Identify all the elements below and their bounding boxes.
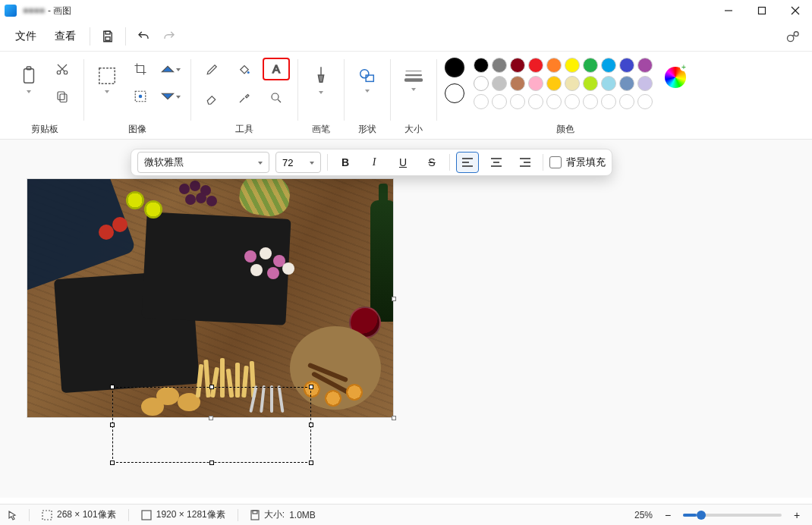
- zoom-slider-thumb[interactable]: [697, 511, 706, 520]
- zoom-out-button[interactable]: −: [660, 505, 675, 526]
- resize-tool[interactable]: [127, 85, 154, 108]
- canvas-resize-handle-right[interactable]: [392, 297, 396, 301]
- palette-color[interactable]: [546, 58, 562, 73]
- palette-color[interactable]: [565, 76, 580, 91]
- palette-color[interactable]: [528, 76, 543, 91]
- palette-color[interactable]: [601, 94, 616, 109]
- palette-color[interactable]: [637, 58, 653, 73]
- palette-color[interactable]: [546, 76, 562, 91]
- image-canvas[interactable]: [27, 179, 393, 417]
- size-button[interactable]: [398, 58, 429, 102]
- palette-color[interactable]: [637, 94, 653, 109]
- zoom-in-button[interactable]: +: [789, 505, 804, 526]
- redo-button[interactable]: [156, 24, 182, 49]
- paste-button[interactable]: [14, 58, 44, 102]
- palette-color[interactable]: [583, 94, 598, 109]
- strikethrough-button[interactable]: S: [420, 152, 443, 173]
- magnifier-tool[interactable]: [263, 86, 290, 109]
- selection-handle[interactable]: [309, 423, 313, 427]
- palette-color[interactable]: [565, 94, 580, 109]
- selection-handle[interactable]: [309, 385, 313, 389]
- font-family-select[interactable]: 微软雅黑: [137, 152, 269, 173]
- palette-color[interactable]: [619, 58, 634, 73]
- palette-color[interactable]: [601, 58, 616, 73]
- palette-color[interactable]: [474, 58, 489, 73]
- maximize-button[interactable]: [745, 0, 779, 21]
- svg-point-20: [360, 70, 369, 78]
- canvas-area[interactable]: [0, 140, 812, 498]
- palette-color[interactable]: [492, 58, 507, 73]
- palette-color[interactable]: [619, 94, 634, 109]
- underline-button[interactable]: U: [392, 152, 414, 173]
- selection-handle[interactable]: [209, 385, 214, 389]
- color-picker-tool[interactable]: [231, 86, 258, 109]
- selection-handle[interactable]: [110, 423, 115, 427]
- undo-button[interactable]: [131, 24, 156, 49]
- menu-view[interactable]: 查看: [46, 27, 85, 46]
- crop-tool[interactable]: [127, 58, 154, 80]
- copy-button[interactable]: [49, 85, 76, 108]
- selection-handle[interactable]: [110, 461, 115, 465]
- copilot-button[interactable]: [780, 24, 806, 49]
- palette-color[interactable]: [510, 58, 525, 73]
- palette-color[interactable]: [637, 76, 653, 91]
- image-prop: [240, 247, 331, 316]
- font-size-select[interactable]: 72: [275, 152, 321, 173]
- palette-color[interactable]: [546, 94, 562, 109]
- brushes-button[interactable]: [306, 58, 336, 102]
- italic-button[interactable]: I: [363, 152, 386, 173]
- shapes-button[interactable]: [352, 58, 382, 102]
- image-prop: [112, 217, 127, 232]
- align-right-button[interactable]: [514, 152, 537, 173]
- flip-tool[interactable]: [157, 85, 184, 108]
- canvas-icon: [141, 510, 152, 520]
- palette-color[interactable]: [474, 94, 489, 109]
- palette-color[interactable]: [492, 76, 507, 91]
- palette-color[interactable]: [474, 76, 489, 91]
- select-tool[interactable]: [92, 58, 122, 102]
- color2-swatch[interactable]: [445, 83, 464, 103]
- pencil-tool[interactable]: [199, 58, 226, 80]
- palette-color[interactable]: [583, 76, 598, 91]
- edit-colors-button[interactable]: [665, 67, 686, 88]
- svg-point-19: [272, 93, 279, 100]
- rotate-tool[interactable]: [157, 58, 184, 80]
- svg-rect-13: [60, 94, 67, 102]
- palette-color[interactable]: [528, 94, 543, 109]
- status-bar: 268 × 101像素 1920 × 1281像素 大小: 1.0MB 25% …: [0, 504, 812, 525]
- text-selection-box[interactable]: [112, 387, 311, 463]
- group-tools: A 工具: [191, 56, 297, 139]
- palette-color[interactable]: [528, 58, 543, 73]
- selection-handle[interactable]: [309, 461, 313, 465]
- palette-color[interactable]: [510, 94, 525, 109]
- palette-color[interactable]: [510, 76, 525, 91]
- svg-rect-5: [105, 36, 110, 40]
- font-size-value: 72: [282, 157, 293, 168]
- fill-tool[interactable]: [231, 58, 258, 80]
- canvas-resize-handle-corner[interactable]: [392, 416, 396, 420]
- align-center-button[interactable]: [485, 152, 508, 173]
- selection-handle[interactable]: [209, 461, 214, 465]
- menu-file[interactable]: 文件: [6, 27, 46, 46]
- color1-swatch[interactable]: [445, 58, 464, 77]
- eraser-tool[interactable]: [199, 86, 226, 109]
- group-size: 大小: [391, 56, 436, 139]
- group-image: 图像: [84, 56, 190, 139]
- separator: [327, 154, 328, 171]
- align-left-button[interactable]: [456, 152, 479, 173]
- palette-color[interactable]: [492, 94, 507, 109]
- close-button[interactable]: [779, 0, 812, 21]
- palette-color[interactable]: [583, 58, 598, 73]
- palette-color[interactable]: [565, 58, 580, 73]
- minimize-button[interactable]: [712, 0, 745, 21]
- cut-button[interactable]: [49, 58, 76, 80]
- bold-button[interactable]: B: [334, 152, 357, 173]
- text-tool[interactable]: A: [263, 58, 290, 80]
- separator: [125, 27, 126, 46]
- save-button[interactable]: [95, 24, 121, 49]
- palette-color[interactable]: [619, 76, 634, 91]
- palette-color[interactable]: [601, 76, 616, 91]
- selection-handle[interactable]: [110, 385, 115, 389]
- zoom-slider[interactable]: [683, 514, 782, 517]
- background-fill-toggle[interactable]: 背景填充: [549, 156, 606, 169]
